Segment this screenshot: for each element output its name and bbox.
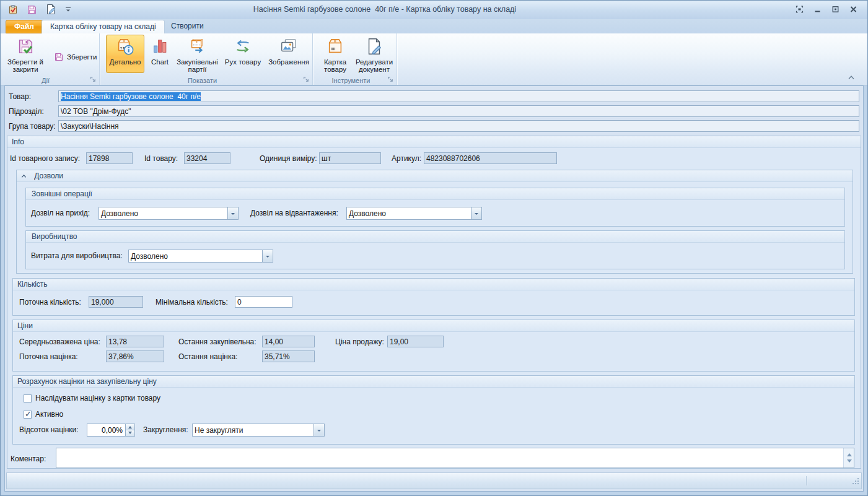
ribbon: Зберегти й закрити Зберегти Дії Детально (1, 33, 867, 85)
product-card-label: Картка товару (318, 58, 352, 73)
image-icon (279, 37, 298, 58)
chevron-down-icon (64, 5, 72, 14)
dropdown-button[interactable] (227, 207, 238, 219)
income-permission-dropdown[interactable]: Дозволено (99, 207, 239, 220)
tab-create[interactable]: Створити (163, 20, 212, 33)
department-field[interactable]: \02 ТОВ "Дрім-Фудс" (58, 105, 859, 117)
collapse-ribbon-button[interactable] (848, 73, 855, 82)
inherit-markup-checkbox[interactable] (24, 394, 32, 402)
spinner-buttons (125, 424, 134, 436)
product-card-button[interactable]: Картка товару (318, 35, 353, 73)
purchase-lots-label: Закупівельні партії (176, 58, 219, 73)
permissions-caption-row[interactable]: Дозволи (17, 170, 853, 182)
quantity-groupbox: Кількість Поточна кількість: 19,000 Міні… (12, 278, 855, 316)
restore-button[interactable] (831, 6, 840, 13)
dialog-launcher-icon[interactable] (90, 76, 97, 83)
scroll-down-icon[interactable] (847, 459, 852, 465)
product-id-field[interactable]: 33204 (184, 152, 230, 164)
dropdown-button[interactable] (313, 424, 324, 436)
tab-product-card[interactable]: Картка обліку товару на складі (42, 20, 165, 33)
shipment-permission-dropdown[interactable]: Дозволено (346, 207, 482, 220)
unit-field[interactable]: шт (319, 152, 381, 164)
goods-movement-button[interactable]: Рух товару (222, 35, 264, 73)
status-bar (6, 472, 862, 489)
tab-file[interactable]: Файл (6, 20, 43, 33)
production-caption: Виробництво (26, 231, 844, 243)
product-selected-text: Насіння Semki гарбузове солоне 40г п/е (61, 92, 201, 101)
production-groupbox: Виробництво Витрата для виробництва: Доз… (25, 230, 845, 269)
save-and-close-button[interactable]: Зберегти й закрити (4, 35, 46, 73)
dialog-launcher-icon[interactable] (387, 76, 394, 83)
last-markup-field[interactable]: 35,71% (262, 350, 315, 362)
status-separator (806, 476, 807, 485)
comment-scrollbar (843, 448, 854, 468)
shipment-permission-label: Дозвіл на відвантаження: (250, 207, 338, 219)
production-expense-dropdown[interactable]: Дозволено (128, 250, 273, 263)
dropdown-button[interactable] (262, 250, 273, 262)
comment-input[interactable] (56, 448, 843, 468)
active-checkbox[interactable] (24, 411, 32, 419)
spin-up-button[interactable] (126, 424, 134, 430)
restore-icon (831, 6, 840, 13)
product-group-field[interactable]: \Закуски\Насіння (58, 120, 859, 132)
box-info-icon (116, 37, 134, 58)
resize-grip[interactable] (851, 477, 859, 487)
clipboard-check-icon (8, 4, 19, 15)
article-field[interactable]: 4823088702606 (424, 152, 557, 164)
current-quantity-field[interactable]: 19,000 (89, 296, 143, 308)
purchase-lots-button[interactable]: Закупівельні партії (175, 35, 219, 73)
product-group-label: Група товару: (9, 121, 56, 133)
scroll-up-icon[interactable] (847, 451, 852, 456)
markup-percent-spinner (87, 424, 135, 437)
close-button[interactable] (849, 6, 857, 13)
markup-calc-groupbox: Розрахунок націнки на закупівельну ціну … (12, 375, 855, 445)
record-id-field[interactable]: 17898 (86, 152, 133, 164)
save-button[interactable]: Зберегти (50, 50, 100, 64)
spin-down-icon (128, 432, 132, 436)
edit-document-button[interactable]: Редагувати документ (354, 35, 395, 73)
minimal-quantity-label: Мінімальна кількість: (156, 297, 228, 308)
product-label: Товар: (9, 91, 31, 103)
images-button[interactable]: Зображення (266, 35, 311, 73)
save-close-label: Зберегти й закрити (5, 58, 46, 73)
fit-window-icon (796, 6, 804, 13)
weighted-avg-price-label: Середньозважена ціна: (19, 336, 100, 348)
last-purchase-price-field[interactable]: 14,00 (262, 336, 315, 347)
save-close-quick-button[interactable] (8, 4, 19, 15)
product-field[interactable]: Насіння Semki гарбузове солоне 40г п/е (58, 90, 859, 102)
dialog-launcher-icon[interactable] (303, 76, 310, 83)
save-close-icon (16, 37, 35, 58)
active-label: Активно (35, 409, 63, 420)
unit-label: Одиниця виміру: (260, 153, 317, 165)
comment-field (56, 448, 854, 468)
arrows-left-right-icon (234, 37, 252, 58)
spin-down-button[interactable] (126, 430, 134, 436)
chart-view-button[interactable]: Chart (147, 35, 173, 73)
window-controls (796, 6, 857, 13)
rounding-dropdown[interactable]: Не закругляти (192, 424, 325, 437)
current-quantity-label: Поточна кількість: (19, 297, 81, 308)
prices-caption: Ціни (13, 320, 854, 332)
images-label: Зображення (267, 58, 310, 66)
minimize-button[interactable] (813, 6, 822, 13)
product-id-label: Id товару: (144, 153, 178, 165)
sale-price-field[interactable]: 19,00 (387, 336, 444, 347)
markup-percent-input[interactable] (87, 424, 125, 436)
spin-up-icon (128, 424, 132, 429)
fit-window-button[interactable] (796, 6, 804, 13)
save-label: Зберегти (67, 53, 97, 61)
detail-view-button[interactable]: Детально (106, 35, 144, 73)
edit-document-quick-button[interactable] (45, 4, 56, 15)
record-id-label: Id товарного запису: (10, 153, 80, 165)
ribbon-tab-row: Файл Картка обліку товару на складі Ство… (1, 19, 867, 33)
qat-customize-button[interactable] (64, 5, 72, 14)
last-markup-label: Остання націнка: (178, 351, 237, 363)
external-operations-caption: Зовнішні операції (26, 188, 844, 200)
save-quick-button[interactable] (27, 4, 37, 15)
weighted-avg-price-field[interactable]: 13,78 (106, 336, 164, 347)
dropdown-arrow-icon (475, 213, 478, 217)
dropdown-button[interactable] (471, 207, 481, 219)
current-markup-label: Поточна націнка: (19, 351, 78, 363)
current-markup-field[interactable]: 37,86% (106, 350, 164, 362)
minimal-quantity-field[interactable]: 0 (235, 296, 292, 308)
